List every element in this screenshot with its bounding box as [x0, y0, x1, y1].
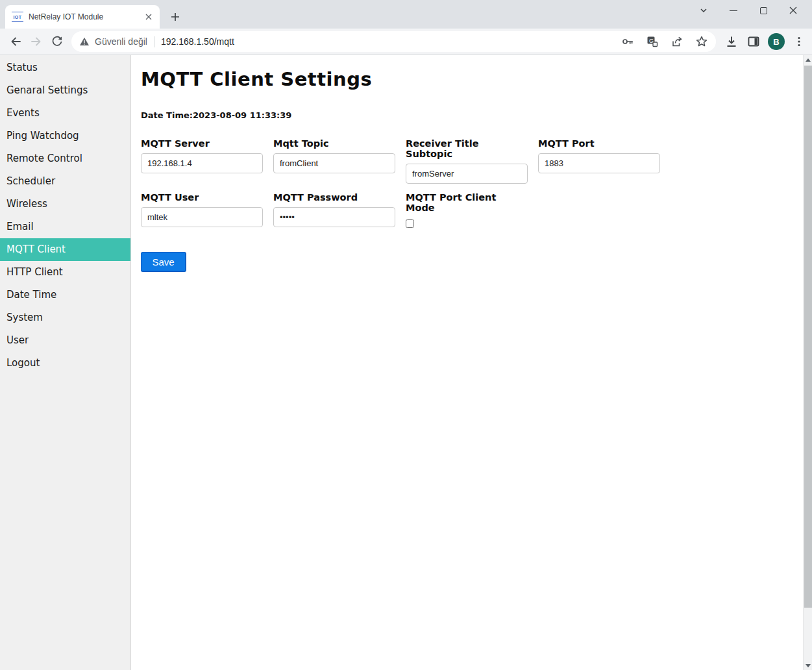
side-panel-icon[interactable] [746, 34, 761, 49]
sidebar-item-date-time[interactable]: Date Time [0, 284, 130, 306]
sidebar-item-logout[interactable]: Logout [0, 352, 130, 375]
page-title: MQTT Client Settings [141, 68, 812, 90]
field-mqtt-port-client-mode: MQTT Port Client Mode [406, 192, 528, 230]
share-icon[interactable] [669, 34, 685, 49]
back-button[interactable] [5, 31, 26, 52]
mqtt-server-input[interactable] [141, 153, 263, 173]
field-mqtt-server: MQTT Server [141, 138, 263, 184]
security-chip[interactable]: Güvenli değil [79, 36, 147, 47]
receiver-title-subtopic-input[interactable] [406, 164, 528, 184]
sidebar-nav: Status Genaral Settings Events Ping Watc… [0, 55, 131, 670]
field-mqtt-port: MQTT Port [538, 138, 660, 184]
menu-dots-icon[interactable] [791, 34, 807, 49]
browser-toolbar: Güvenli değil 192.168.1.50/mqtt G [0, 29, 812, 55]
mqtt-server-label: MQTT Server [141, 138, 263, 149]
mqtt-port-input[interactable] [538, 153, 660, 173]
url-text[interactable]: 192.168.1.50/mqtt [161, 36, 620, 47]
sidebar-item-ping-watchdog[interactable]: Ping Watchdog [0, 125, 130, 147]
forward-button[interactable] [26, 31, 47, 52]
tab-title: NetRelay IOT Module [29, 12, 143, 21]
mqtt-user-label: MQTT User [141, 192, 263, 203]
chip-divider [154, 36, 154, 47]
tab-strip: IOT NetRelay IOT Module [0, 0, 812, 29]
scroll-up-icon[interactable] [804, 55, 812, 64]
minimize-button[interactable] [719, 1, 748, 20]
sidebar-item-http-client[interactable]: HTTP Client [0, 261, 130, 284]
password-key-icon[interactable] [620, 34, 635, 49]
close-window-button[interactable] [778, 1, 808, 20]
settings-form: MQTT Server Mqtt Topic Receiver Title Su… [141, 138, 812, 230]
refresh-button[interactable] [47, 31, 68, 52]
sidebar-item-system[interactable]: System [0, 306, 130, 329]
window-controls [689, 0, 808, 21]
address-bar[interactable]: Güvenli değil 192.168.1.50/mqtt G [71, 31, 716, 52]
sidebar-item-status[interactable]: Status [0, 56, 130, 79]
tab-search-chevron-icon[interactable] [689, 1, 719, 20]
sidebar-item-scheduler[interactable]: Scheduler [0, 170, 130, 193]
save-button[interactable]: Save [141, 252, 186, 272]
mqtt-password-label: MQTT Password [273, 192, 395, 203]
maximize-button[interactable] [748, 1, 778, 20]
mqtt-port-label: MQTT Port [538, 138, 660, 149]
sidebar-item-email[interactable]: Email [0, 216, 130, 238]
field-mqtt-password: MQTT Password [273, 192, 395, 230]
profile-avatar[interactable]: B [768, 33, 785, 50]
browser-tab[interactable]: IOT NetRelay IOT Module [5, 5, 160, 29]
sidebar-item-remote-control[interactable]: Remote Control [0, 147, 130, 170]
site-favicon-icon: IOT [12, 12, 23, 22]
date-time-text: Date Time:2023-08-09 11:33:39 [141, 110, 812, 120]
translate-icon[interactable]: G [645, 34, 660, 49]
scroll-down-icon[interactable] [804, 661, 812, 670]
security-label: Güvenli değil [95, 36, 147, 47]
mqtt-topic-input[interactable] [273, 153, 395, 173]
new-tab-button[interactable] [166, 8, 184, 26]
receiver-title-subtopic-label: Receiver Title Subtopic [406, 138, 528, 159]
sidebar-item-user[interactable]: User [0, 329, 130, 352]
sidebar-item-wireless[interactable]: Wireless [0, 193, 130, 216]
sidebar-item-events[interactable]: Events [0, 102, 130, 125]
page-content: Status Genaral Settings Events Ping Watc… [0, 55, 812, 670]
page-scrollbar[interactable] [803, 55, 812, 670]
field-mqtt-user: MQTT User [141, 192, 263, 230]
mqtt-password-input[interactable] [273, 207, 395, 227]
sidebar-item-mqtt-client[interactable]: MQTT Client [0, 238, 130, 261]
sidebar-item-general-settings[interactable]: Genaral Settings [0, 79, 130, 102]
browser-window: IOT NetRelay IOT Module [0, 0, 812, 670]
field-receiver-title-subtopic: Receiver Title Subtopic [406, 138, 528, 184]
downloads-icon[interactable] [724, 34, 739, 49]
mqtt-port-client-mode-checkbox[interactable] [406, 219, 414, 228]
scrollbar-thumb[interactable] [804, 66, 812, 608]
bookmark-star-icon[interactable] [694, 34, 709, 49]
mqtt-user-input[interactable] [141, 207, 263, 227]
field-mqtt-topic: Mqtt Topic [273, 138, 395, 184]
tab-close-icon[interactable] [143, 11, 154, 23]
not-secure-warning-icon [79, 36, 90, 47]
mqtt-topic-label: Mqtt Topic [273, 138, 395, 149]
settings-panel: MQTT Client Settings Date Time:2023-08-0… [131, 55, 812, 670]
mqtt-port-client-mode-label: MQTT Port Client Mode [406, 192, 528, 213]
